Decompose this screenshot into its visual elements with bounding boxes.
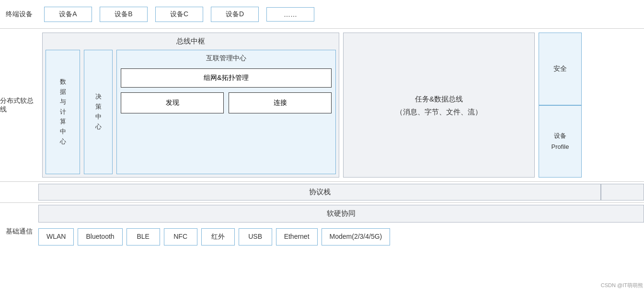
protocol-right-spacer <box>601 184 644 201</box>
discover-box: 发现 <box>121 92 224 113</box>
protocol-content: 协议栈 <box>38 184 601 201</box>
decision-label: 决策中心 <box>95 92 102 132</box>
data-center-label: 数据与计算中心 <box>60 77 66 147</box>
interlink-box: 互联管理中心 组网&拓扑管理 发现 连接 <box>116 50 336 174</box>
comm-item-box: NFC <box>164 228 197 245</box>
device-box: 设备C <box>155 7 203 22</box>
task-bus-content: 任务&数据总线 （消息、字节、文件、流） <box>396 92 482 118</box>
network-mgmt-box: 组网&拓扑管理 <box>121 68 332 88</box>
protocol-row: 协议栈 <box>0 182 644 203</box>
profile-box: 设备Profile <box>539 105 582 178</box>
bus-hub-inner: 数据与计算中心 决策中心 互联管理中心 组网&拓扑管理 发现 连接 <box>46 50 336 174</box>
comm-item-box: BLE <box>126 228 160 245</box>
terminal-row: 终端设备 设备A设备B设备C设备D…… <box>0 0 644 29</box>
comm-item-box: 红外 <box>201 228 235 245</box>
right-side-boxes: 安全 设备Profile <box>539 33 582 178</box>
terminal-content: 设备A设备B设备C设备D…… <box>38 4 644 24</box>
terminal-label: 终端设备 <box>0 4 38 24</box>
basic-label: 基础通信 <box>0 203 38 260</box>
bus-content: 总线中枢 数据与计算中心 决策中心 互联管理中心 组网&拓扑管理 <box>38 29 644 181</box>
comm-item-box: WLAN <box>38 228 74 245</box>
protocol-title: 协议栈 <box>309 188 331 197</box>
comm-item-box: Ethernet <box>276 228 318 245</box>
device-box: 设备A <box>44 7 92 22</box>
interlink-bottom: 发现 连接 <box>121 92 332 113</box>
comm-items: WLANBluetoothBLENFC红外USBEthernetModem(2/… <box>38 226 644 247</box>
task-bus-line1: 任务&数据总线 <box>396 92 482 105</box>
device-box: …… <box>266 7 314 22</box>
safety-box: 安全 <box>539 33 582 105</box>
device-profile-label: 设备Profile <box>552 130 569 153</box>
decision-box: 决策中心 <box>84 50 113 174</box>
task-bus-line2: （消息、字节、文件、流） <box>396 105 482 118</box>
comm-item-box: USB <box>239 228 272 245</box>
basic-row: 基础通信 软硬协同 WLANBluetoothBLENFC红外USBEthern… <box>0 203 644 260</box>
device-box: 设备B <box>100 7 148 22</box>
bus-hub-box: 总线中枢 数据与计算中心 决策中心 互联管理中心 组网&拓扑管理 <box>42 33 339 178</box>
data-center-box: 数据与计算中心 <box>46 50 80 174</box>
interlink-title: 互联管理中心 <box>121 54 332 63</box>
page-wrapper: 终端设备 设备A设备B设备C设备D…… 分布式软总线 总线中枢 数据与计算中心 … <box>0 0 644 290</box>
basic-right: 软硬协同 WLANBluetoothBLENFC红外USBEthernetMod… <box>38 203 644 260</box>
bus-hub-title: 总线中枢 <box>46 36 336 46</box>
comm-item-box: Bluetooth <box>78 228 122 245</box>
protocol-label-empty <box>0 182 38 202</box>
device-box: 设备D <box>211 7 259 22</box>
watermark: CSDN @IT萌萌熊 <box>601 282 643 289</box>
comm-item-box: Modem(2/3/4/5G) <box>322 228 391 245</box>
task-bus-box: 任务&数据总线 （消息、字节、文件、流） <box>343 33 535 178</box>
bus-label: 分布式软总线 <box>0 29 38 181</box>
bus-row: 分布式软总线 总线中枢 数据与计算中心 决策中心 互联管理中心 <box>0 29 644 182</box>
hw-cowork-box: 软硬协同 <box>38 205 644 223</box>
connect-box: 连接 <box>229 92 332 113</box>
